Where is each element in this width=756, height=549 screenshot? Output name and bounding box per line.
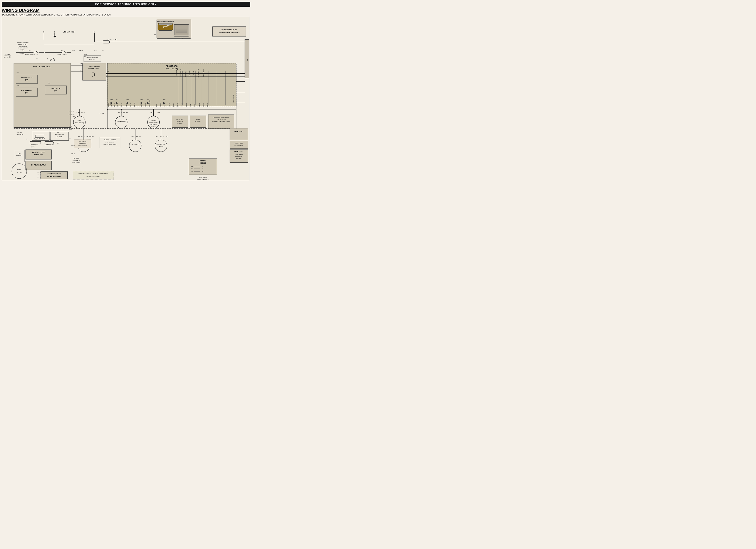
wiring-title: WIRING DIAGRAM bbox=[2, 8, 250, 13]
diagram-area: Rast Connector Pin-Out BROWN PIN 1 PIN 1… bbox=[2, 17, 249, 180]
svg-text:TR8: TR8 bbox=[163, 99, 166, 101]
svg-text:MODULE(S): MODULE(S) bbox=[4, 55, 11, 57]
svg-text:DO NOT SUBSTITUTE.: DO NOT SUBSTITUTE. bbox=[87, 176, 100, 177]
svg-text:BU-W: BU-W bbox=[69, 129, 72, 130]
svg-text:FERRITE BEAD: FERRITE BEAD bbox=[106, 39, 117, 40]
svg-point-318 bbox=[121, 109, 122, 110]
svg-text:BU-R: BU-R bbox=[69, 110, 72, 112]
svg-text:P11-10: P11-10 bbox=[134, 103, 135, 107]
svg-rect-8 bbox=[174, 25, 188, 35]
svg-point-319 bbox=[153, 109, 154, 110]
svg-text:PILOT RELAY: PILOT RELAY bbox=[51, 88, 61, 89]
svg-point-317 bbox=[107, 109, 108, 110]
svg-text:P3: P3 bbox=[134, 136, 135, 137]
svg-text:DISPENSER: DISPENSER bbox=[132, 144, 139, 145]
svg-text:(K3): (K3) bbox=[25, 79, 28, 81]
svg-text:Rast Connector Pin-Out: Rast Connector Pin-Out bbox=[157, 20, 174, 22]
svg-text:GY: GY bbox=[37, 172, 39, 174]
svg-text:P15-4: P15-4 bbox=[186, 103, 187, 107]
svg-text:PIN 1: PIN 1 bbox=[180, 37, 183, 39]
svg-text:DOOR SWITCH: DOOR SWITCH bbox=[58, 54, 67, 55]
svg-text:P2-6: P2-6 bbox=[156, 104, 157, 107]
svg-text:L1: L1 bbox=[81, 63, 82, 64]
svg-text:BR: BR bbox=[118, 112, 120, 113]
svg-text:BU: BU bbox=[69, 138, 70, 139]
svg-text:MOTOR ASSEMBLY: MOTOR ASSEMBLY bbox=[47, 176, 61, 177]
svg-text:this time): this time) bbox=[151, 126, 156, 127]
svg-text:N.O.: N.O. bbox=[48, 82, 51, 84]
svg-text:Future feature: Future feature bbox=[149, 122, 158, 123]
svg-text:BK-W: BK-W bbox=[72, 50, 75, 51]
svg-text:BU-R: BU-R bbox=[69, 126, 72, 127]
svg-text:VENT: VENT bbox=[78, 120, 81, 121]
svg-text:NON-RESETTABLE: NON-RESETTABLE bbox=[87, 57, 98, 58]
svg-text:N.O.: N.O. bbox=[17, 72, 19, 73]
svg-text:FOR PLASTIC TUB: FOR PLASTIC TUB bbox=[17, 42, 29, 43]
svg-text:P1: P1 bbox=[84, 136, 86, 137]
subtitle: SCHEMATIC SHOWN WITH DOOR SWITCH AND ALL… bbox=[2, 13, 250, 16]
svg-text:BU: BU bbox=[26, 138, 27, 140]
svg-text:P3: P3 bbox=[121, 112, 122, 113]
svg-text:P1: P1 bbox=[202, 166, 204, 167]
svg-text:P1: P1 bbox=[102, 113, 104, 114]
svg-text:LBU: LBU bbox=[157, 112, 160, 113]
svg-text:MOTOR FUSE: MOTOR FUSE bbox=[45, 144, 54, 146]
svg-text:WIDE CON 1: WIDE CON 1 bbox=[234, 131, 243, 132]
svg-text:MOTOR: MOTOR bbox=[17, 172, 22, 173]
svg-text:(not used at: (not used at bbox=[150, 124, 157, 125]
svg-text:SOIL SENSOR: SOIL SENSOR bbox=[217, 119, 226, 120]
svg-text:OTHER WIDE: OTHER WIDE bbox=[235, 143, 243, 144]
svg-rect-273 bbox=[230, 128, 248, 140]
svg-text:* DENOTES ENERGY EFFICIENT COM: * DENOTES ENERGY EFFICIENT COMPONENTS. bbox=[78, 173, 108, 174]
svg-text:N.O.: N.O. bbox=[29, 50, 31, 51]
header-bar: FOR SERVICE TECHNICIAN'S USE ONLY bbox=[2, 2, 250, 7]
svg-text:P2: P2 bbox=[202, 168, 204, 170]
svg-text:P16-3: P16-3 bbox=[207, 103, 208, 107]
svg-text:LOGIC INPUT: LOGIC INPUT bbox=[180, 69, 182, 77]
header-label: FOR SERVICE TECHNICIAN'S USE ONLY bbox=[95, 3, 157, 6]
svg-text:MANTIS CONTROL: MANTIS CONTROL bbox=[33, 66, 51, 68]
svg-text:TR7: TR7 bbox=[126, 99, 129, 101]
svg-rect-78 bbox=[14, 63, 71, 127]
svg-text:*OWI (Optical Water Indicator): *OWI (Optical Water Indicator) bbox=[213, 117, 230, 118]
svg-text:P5: P5 bbox=[78, 112, 80, 113]
svg-text:P6: P6 bbox=[191, 171, 193, 172]
svg-text:OVERFILL SWITCH: OVERFILL SWITCH bbox=[104, 139, 116, 141]
svg-text:ACTIVE OVERLAY OR: ACTIVE OVERLAY OR bbox=[221, 29, 237, 31]
svg-text:DISPLAY: DISPLAY bbox=[200, 160, 206, 162]
svg-text:(HI-LIMIT): (HI-LIMIT) bbox=[56, 136, 62, 138]
svg-text:(USED ONLY: (USED ONLY bbox=[199, 177, 207, 178]
svg-text:(not used at: (not used at bbox=[235, 156, 242, 157]
svg-text:HEATER RELAY: HEATER RELAY bbox=[21, 77, 33, 78]
svg-text:P12-4-LBU: P12-4-LBU bbox=[149, 100, 151, 107]
svg-text:P1: P1 bbox=[163, 136, 165, 137]
svg-text:P11-1: P11-1 bbox=[114, 103, 115, 107]
svg-text:(48K, FLASH): (48K, FLASH) bbox=[166, 68, 178, 70]
svg-text:R3: R3 bbox=[73, 114, 74, 115]
svg-text:POSITION: POSITION bbox=[177, 121, 183, 122]
svg-text:MOTOR P2: MOTOR P2 bbox=[17, 134, 23, 135]
svg-text:(WITH BUILT-IN THERMISTOR): (WITH BUILT-IN THERMISTOR) bbox=[212, 121, 230, 123]
svg-text:A/D INPUT: A/D INPUT bbox=[195, 121, 201, 122]
svg-text:APPLICATIONS: APPLICATIONS bbox=[234, 145, 243, 146]
svg-rect-236 bbox=[41, 172, 68, 179]
svg-text:MODULE: MODULE bbox=[200, 162, 206, 164]
svg-text:MOTOR: MOTOR bbox=[159, 146, 164, 148]
svg-text:SENSOR: SENSOR bbox=[177, 123, 183, 124]
svg-text:GY: GY bbox=[37, 177, 39, 178]
svg-text:DIVERTER VALVE: DIVERTER VALVE bbox=[156, 144, 166, 145]
wiring-diagram-svg: Rast Connector Pin-Out BROWN PIN 1 PIN 1… bbox=[2, 17, 249, 180]
svg-text:BL DC: BL DC bbox=[17, 169, 21, 171]
svg-text:Float (in normal: Float (in normal bbox=[105, 141, 114, 143]
svg-text:P3: P3 bbox=[81, 136, 83, 137]
svg-text:L1: L1 bbox=[93, 31, 95, 33]
svg-text:MODELS ONLY: MODELS ONLY bbox=[18, 44, 28, 45]
svg-text:DIVERTER: DIVERTER bbox=[176, 119, 183, 120]
svg-text:ON SOME MODELS): ON SOME MODELS) bbox=[197, 179, 209, 180]
svg-text:TURBO DRIVE: TURBO DRIVE bbox=[198, 69, 199, 78]
svg-text:P1: P1 bbox=[81, 112, 83, 113]
svg-text:N.O.: N.O. bbox=[89, 136, 92, 137]
svg-text:P3: P3 bbox=[202, 171, 204, 172]
svg-text:OPTI/SIG: OPTI/SIG bbox=[189, 70, 190, 76]
svg-text:N.O.: N.O. bbox=[17, 85, 19, 86]
